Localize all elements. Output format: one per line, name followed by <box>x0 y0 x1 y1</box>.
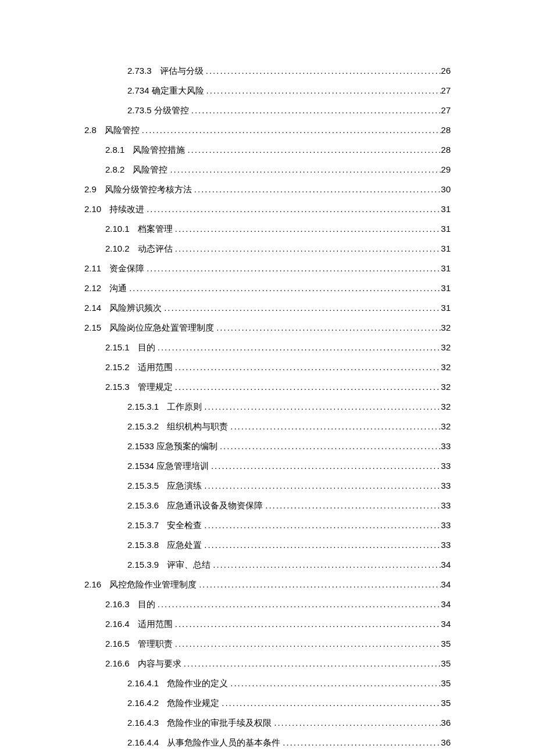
toc-leader-dots <box>214 321 441 335</box>
toc-entry-number: 2.734 <box>127 84 152 98</box>
toc-entry[interactable]: 2.10持续改进31 <box>84 202 451 216</box>
toc-entry[interactable]: 2.15.3.5应急演练33 <box>84 479 451 493</box>
toc-entry-title: 管理职责 <box>138 637 173 651</box>
toc-leader-dots <box>202 479 441 493</box>
toc-entry[interactable]: 2.16.4.2危险作业规定35 <box>84 696 451 710</box>
toc-entry[interactable]: 2.10.1档案管理31 <box>84 222 451 236</box>
toc-leader-dots <box>155 597 441 611</box>
toc-entry-title: 内容与要求 <box>138 657 181 671</box>
toc-entry[interactable]: 2.11资金保障31 <box>84 261 451 275</box>
toc-entry-title: 组织机构与职责 <box>167 420 228 433</box>
toc-leader-dots <box>272 716 441 730</box>
toc-entry-number: 2.15.3.5 <box>127 479 167 493</box>
toc-entry-number: 2.16.4.3 <box>127 716 167 730</box>
toc-leader-dots <box>280 736 441 750</box>
toc-entry[interactable]: 2.8.1风险管控措施28 <box>84 143 451 157</box>
toc-entry[interactable]: 2.1533应急预案的编制33 <box>84 439 451 453</box>
toc-entry-number: 2.73.5 <box>127 103 154 117</box>
toc-entry[interactable]: 2.12沟通31 <box>84 281 451 295</box>
toc-leader-dots <box>173 380 441 394</box>
toc-entry-number: 2.10.2 <box>105 242 138 256</box>
toc-entry-number: 2.1533 <box>127 439 156 453</box>
toc-leader-dots <box>228 420 441 433</box>
toc-entry-title: 从事危险作业人员的基本条件 <box>167 736 280 750</box>
toc-entry[interactable]: 2.15.3.6应急通讯设备及物资保障33 <box>84 499 451 513</box>
toc-entry[interactable]: 2.15.3.7安全检查33 <box>84 518 451 532</box>
toc-leader-dots <box>173 222 441 236</box>
toc-entry-page: 33 <box>441 459 451 473</box>
toc-entry[interactable]: 2.15.3.8应急处置33 <box>84 538 451 552</box>
toc-entry-title: 安全检查 <box>167 518 202 532</box>
toc-entry-title: 应急预案的编制 <box>156 439 217 453</box>
toc-entry[interactable]: 2.15.2适用范围32 <box>84 360 451 374</box>
toc-entry-number: 2.8.1 <box>105 143 133 157</box>
toc-entry-page: 33 <box>441 538 451 552</box>
toc-entry-page: 33 <box>441 439 451 453</box>
toc-entry[interactable]: 2.73.3评估与分级26 <box>84 64 451 78</box>
toc-entry-number: 2.15.3.9 <box>127 558 167 572</box>
toc-leader-dots <box>162 301 441 315</box>
toc-entry[interactable]: 2.15.3.9评审、总结34 <box>84 558 451 572</box>
toc-entry-page: 28 <box>441 143 451 157</box>
toc-entry[interactable]: 2.16风控危险作业管理制度34 <box>84 578 451 592</box>
toc-leader-dots <box>204 84 441 98</box>
toc-entry-page: 32 <box>441 360 451 374</box>
toc-entry[interactable]: 2.73.5分级管控27 <box>84 103 451 117</box>
toc-entry[interactable]: 2.16.3目的34 <box>84 597 451 611</box>
toc-entry-title: 风险辨识频次 <box>109 301 162 315</box>
toc-entry[interactable]: 2.16.4.4从事危险作业人员的基本条件36 <box>84 736 451 750</box>
toc-entry-number: 2.15.3 <box>105 380 138 394</box>
toc-entry-number: 2.10.1 <box>105 222 138 236</box>
toc-entry[interactable]: 2.9风险分级管控考核方法30 <box>84 182 451 196</box>
toc-leader-dots <box>127 281 441 295</box>
toc-entry[interactable]: 2.16.4适用范围34 <box>84 617 451 631</box>
toc-entry-page: 35 <box>441 676 451 690</box>
toc-leader-dots <box>197 578 441 592</box>
toc-entry-title: 应急管理培训 <box>156 459 209 473</box>
toc-entry-page: 32 <box>441 420 451 433</box>
toc-entry-number: 2.11 <box>84 261 109 275</box>
toc-entry-page: 34 <box>441 617 451 631</box>
toc-entry[interactable]: 2.14风险辨识频次31 <box>84 301 451 315</box>
toc-entry-page: 31 <box>441 301 451 315</box>
toc-entry-number: 2.14 <box>84 301 109 315</box>
toc-leader-dots <box>217 439 441 453</box>
toc-leader-dots <box>202 518 441 532</box>
toc-entry[interactable]: 2.16.6内容与要求35 <box>84 657 451 671</box>
toc-entry[interactable]: 2.16.4.1危险作业的定义35 <box>84 676 451 690</box>
toc-entry-page: 31 <box>441 261 451 275</box>
toc-entry[interactable]: 2.15.3.2组织机构与职责32 <box>84 420 451 433</box>
toc-entry-page: 31 <box>441 202 451 216</box>
toc-entry[interactable]: 2.15.1目的32 <box>84 341 451 354</box>
toc-entry-page: 36 <box>441 736 451 750</box>
toc-entry-title: 风险岗位应急处置管理制度 <box>109 321 214 335</box>
toc-entry-number: 2.16.4.4 <box>127 736 167 750</box>
toc-entry-page: 33 <box>441 479 451 493</box>
toc-entry-title: 分级管控 <box>154 103 189 117</box>
toc-entry-page: 35 <box>441 657 451 671</box>
toc-entry[interactable]: 2.10.2动态评估31 <box>84 242 451 256</box>
toc-entry-page: 34 <box>441 558 451 572</box>
toc-leader-dots <box>202 538 441 552</box>
toc-entry[interactable]: 2.734确定重大风险27 <box>84 84 451 98</box>
toc-leader-dots <box>202 400 441 414</box>
toc-leader-dots <box>144 261 441 275</box>
toc-entry[interactable]: 2.16.4.3危险作业的审批手续及权限36 <box>84 716 451 730</box>
toc-leader-dots <box>192 182 441 196</box>
toc-entry-title: 适用范围 <box>138 360 173 374</box>
toc-entry[interactable]: 2.8.2风险管控29 <box>84 163 451 177</box>
toc-entry-page: 33 <box>441 518 451 532</box>
toc-entry[interactable]: 2.16.5管理职责35 <box>84 637 451 651</box>
toc-entry[interactable]: 2.1534应急管理培训33 <box>84 459 451 473</box>
toc-entry[interactable]: 2.15.3管理规定32 <box>84 380 451 394</box>
toc-entry[interactable]: 2.15.3.1工作原则32 <box>84 400 451 414</box>
toc-leader-dots <box>173 242 441 256</box>
toc-entry-number: 2.15.2 <box>105 360 138 374</box>
toc-entry-title: 风险分级管控考核方法 <box>105 182 192 196</box>
toc-entry[interactable]: 2.15风险岗位应急处置管理制度32 <box>84 321 451 335</box>
toc-entry-number: 2.15.3.1 <box>127 400 167 414</box>
toc-entry-number: 2.16.4.1 <box>127 676 167 690</box>
toc-entry-title: 应急通讯设备及物资保障 <box>167 499 263 513</box>
toc-leader-dots <box>204 64 441 78</box>
toc-entry[interactable]: 2.8风险管控28 <box>84 123 451 137</box>
